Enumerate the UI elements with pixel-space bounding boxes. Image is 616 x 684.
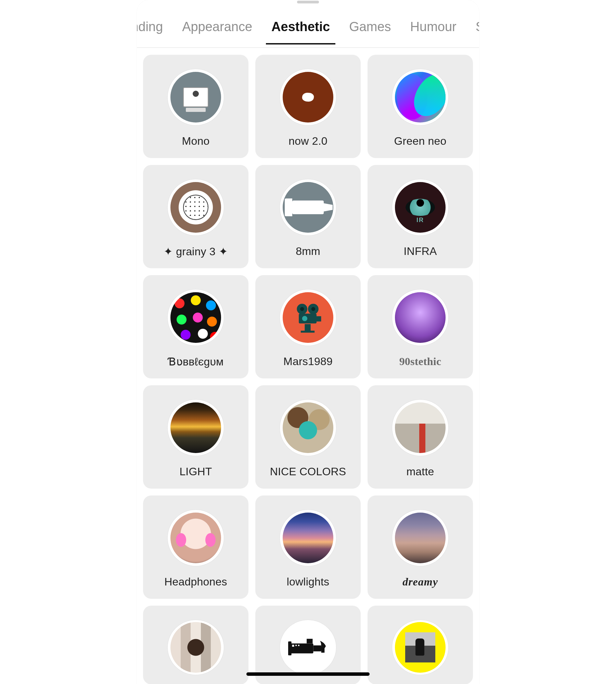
infrared-eye-icon: IR — [395, 182, 446, 233]
filter-avatar — [280, 620, 336, 675]
tab-next-partial[interactable]: S — [466, 20, 479, 44]
svg-rect-10 — [288, 642, 292, 656]
filter-card-dreamy[interactable]: dreamy — [368, 495, 473, 599]
filter-avatar — [280, 400, 336, 456]
earth-tones-icon — [283, 402, 333, 453]
dusk-clouds-icon — [395, 513, 446, 563]
filter-label: 90stethic — [399, 355, 441, 368]
grain-disc-icon — [170, 182, 221, 233]
filter-avatar — [168, 510, 224, 566]
tab-trending[interactable]: ending — [137, 20, 172, 44]
svg-rect-6 — [317, 316, 321, 321]
black-film-camera-icon — [283, 622, 333, 673]
home-indicator[interactable] — [246, 672, 370, 676]
filter-sheet: ending Appearance Aesthetic Games Humour… — [137, 0, 479, 684]
filter-avatar — [392, 400, 448, 456]
filter-avatar — [280, 179, 336, 235]
filter-avatar — [392, 510, 448, 566]
film-camera-icon — [283, 182, 333, 233]
filter-label: matte — [406, 465, 434, 478]
filter-avatar — [280, 289, 336, 346]
movie-camera-icon — [283, 292, 333, 343]
svg-rect-8 — [301, 331, 315, 333]
svg-point-2 — [300, 307, 304, 311]
filter-card-matte[interactable]: matte — [368, 385, 473, 489]
filter-card-nice-colors[interactable]: NICE COLORS — [255, 385, 361, 489]
filter-avatar — [168, 69, 224, 125]
filter-label: LIGHT — [179, 465, 212, 478]
filter-card-partial-3[interactable] — [368, 606, 473, 684]
filter-avatar — [168, 400, 224, 456]
filter-card-mars1989[interactable]: Mars1989 — [255, 275, 361, 378]
motion-blur-portrait-icon — [170, 622, 221, 673]
filter-card-lowlights[interactable]: lowlights — [255, 495, 361, 599]
filter-avatar — [168, 620, 224, 675]
filter-card-mono[interactable]: Mono — [143, 55, 248, 158]
svg-rect-15 — [295, 645, 297, 646]
sunset-ocean-icon — [170, 402, 221, 453]
filter-avatar — [168, 179, 224, 235]
filter-label: NICE COLORS — [270, 465, 346, 478]
filter-label: 8mm — [296, 245, 320, 258]
filter-avatar — [280, 69, 336, 125]
polaroid-camera-icon — [170, 72, 221, 122]
svg-rect-7 — [305, 324, 310, 331]
brown-circle-icon — [283, 72, 333, 122]
filter-label: Headphones — [164, 576, 227, 588]
filter-card-grainy3[interactable]: ✦ grainy 3 ✦ — [143, 165, 248, 268]
sheet-drag-handle[interactable] — [297, 1, 319, 3]
filter-avatar — [392, 289, 448, 346]
tab-aesthetic[interactable]: Aesthetic — [262, 20, 339, 44]
filter-card-green-neo[interactable]: Green neo — [368, 55, 473, 158]
category-tabs: ending Appearance Aesthetic Games Humour… — [137, 16, 479, 48]
filter-avatar — [280, 510, 336, 566]
filter-avatar: IR — [392, 179, 448, 235]
filter-label: INFRA — [404, 245, 437, 258]
svg-point-3 — [311, 307, 316, 311]
neon-leaves-icon — [395, 72, 446, 122]
sunset-sky-icon — [283, 513, 333, 563]
filter-card-light[interactable]: LIGHT — [143, 385, 248, 489]
filter-label: ✦ grainy 3 ✦ — [164, 245, 228, 258]
svg-point-5 — [302, 316, 307, 321]
street-building-icon — [395, 402, 446, 453]
purple-portrait-icon — [395, 292, 446, 343]
tab-appearance[interactable]: Appearance — [172, 20, 262, 44]
headphones-portrait-icon — [170, 513, 221, 563]
filter-card-bubblegum[interactable]: Ɓʋввℓєgυм — [143, 275, 248, 378]
filter-label: Green neo — [394, 135, 446, 147]
filter-label: Ɓʋввℓєgυм — [168, 355, 224, 368]
yellow-square-photo-icon — [395, 622, 446, 673]
svg-rect-16 — [298, 645, 299, 646]
filter-avatar — [168, 289, 224, 346]
filter-card-90stethic[interactable]: 90stethic — [368, 275, 473, 378]
filter-card-now20[interactable]: now 2.0 — [255, 55, 361, 158]
filter-card-partial-1[interactable] — [143, 606, 248, 684]
filter-card-headphones[interactable]: Headphones — [143, 495, 248, 599]
filter-avatar — [392, 620, 448, 675]
filter-label: lowlights — [287, 576, 330, 588]
filter-label: dreamy — [402, 576, 438, 588]
filter-label: Mars1989 — [283, 355, 333, 368]
svg-rect-4 — [299, 313, 317, 323]
tab-games[interactable]: Games — [339, 20, 400, 44]
filter-card-infra[interactable]: IR INFRA — [368, 165, 473, 268]
movie-camera-svg — [292, 301, 324, 334]
filter-label: now 2.0 — [288, 135, 327, 147]
tab-humour[interactable]: Humour — [401, 20, 466, 44]
gumballs-icon — [170, 292, 221, 343]
svg-rect-14 — [292, 645, 294, 647]
svg-rect-13 — [307, 639, 312, 644]
filter-card-8mm[interactable]: 8mm — [255, 165, 361, 268]
filter-label: Mono — [182, 135, 210, 147]
filter-grid: Mono now 2.0 Green neo ✦ grainy 3 ✦ — [143, 55, 473, 684]
filter-avatar — [392, 69, 448, 125]
